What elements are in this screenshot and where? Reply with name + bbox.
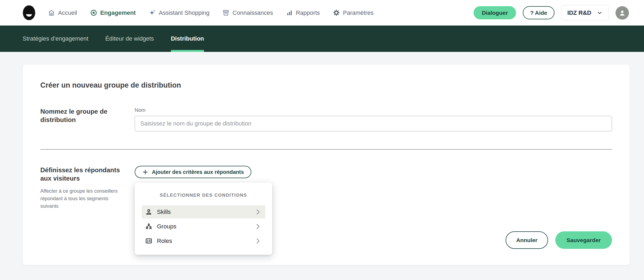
workspace-name: IDZ R&D xyxy=(567,9,591,16)
sparkle-icon xyxy=(149,9,156,16)
nav-item-label: Assistant Shopping xyxy=(159,9,209,16)
id-badge-icon xyxy=(145,237,152,245)
dialoguer-button[interactable]: Dialoguer xyxy=(474,6,516,19)
nav-item-engagement[interactable]: Engagement xyxy=(90,9,136,16)
nav-item-label: Connaissances xyxy=(232,9,273,16)
respondents-section-label: Définissez les répondants aux visiteurs xyxy=(40,166,121,182)
bar-chart-icon xyxy=(286,9,293,16)
nav-item-label: Rapports xyxy=(296,9,320,16)
gear-icon xyxy=(333,9,340,16)
chevron-down-icon xyxy=(597,10,603,16)
respondents-section-description: Affecter à ce groupe les conseillers rép… xyxy=(40,187,120,210)
top-navigation-bar: Accueil Engagement Assistant Shopping xyxy=(0,0,644,26)
nav-item-accueil[interactable]: Accueil xyxy=(48,9,77,16)
plus-icon xyxy=(142,169,148,175)
topnav-right-group: Dialoguer ? Aide IDZ R&D xyxy=(474,5,629,20)
create-distribution-group-card: Créer un nouveau groupe de distribution … xyxy=(23,64,630,265)
tab-editeur-widgets[interactable]: Éditeur de widgets xyxy=(105,26,154,52)
add-criteria-label: Ajouter des critères aux répondants xyxy=(152,169,244,175)
form-actions: Annuler Sauvegarder xyxy=(506,231,612,249)
name-section-left: Nommez le groupe de distribution xyxy=(40,107,135,131)
people-group-icon xyxy=(145,223,152,230)
nav-item-assistant-shopping[interactable]: Assistant Shopping xyxy=(149,9,209,16)
section-divider xyxy=(40,149,612,150)
respondents-section: Définissez les répondants aux visiteurs … xyxy=(40,166,612,210)
chevron-right-icon xyxy=(254,223,262,230)
help-button[interactable]: ? Aide xyxy=(523,6,554,19)
secondary-navigation-bar: Stratégies d’engagement Éditeur de widge… xyxy=(0,26,644,52)
nav-item-connaissances[interactable]: Connaissances xyxy=(222,9,273,16)
nav-item-label: Paramètres xyxy=(343,9,374,16)
dropdown-item-groups[interactable]: Groups xyxy=(142,220,265,233)
chevron-right-icon xyxy=(254,208,262,216)
main-content: Créer un nouveau groupe de distribution … xyxy=(0,52,644,265)
tab-label: Distribution xyxy=(171,35,204,42)
conditions-dropdown: SÉLECTIONNER DES CONDITIONS Skills xyxy=(135,182,272,255)
tab-label: Stratégies d’engagement xyxy=(23,35,88,42)
dropdown-header: SÉLECTIONNER DES CONDITIONS xyxy=(135,182,272,205)
name-section-label: Nommez le groupe de distribution xyxy=(40,107,121,124)
nav-item-rapports[interactable]: Rapports xyxy=(286,9,320,16)
nav-item-parametres[interactable]: Paramètres xyxy=(333,9,374,16)
chevron-right-icon xyxy=(254,237,262,245)
dropdown-item-skills[interactable]: Skills xyxy=(142,205,265,218)
dropdown-item-label: Groups xyxy=(157,223,176,230)
respondents-section-right: Ajouter des critères aux répondants SÉLE… xyxy=(135,166,612,210)
brand-logo-icon[interactable] xyxy=(23,5,35,20)
tab-strategies-engagement[interactable]: Stratégies d’engagement xyxy=(23,26,88,52)
workspace-selector[interactable]: IDZ R&D xyxy=(561,5,609,20)
nav-item-label: Accueil xyxy=(58,9,77,16)
target-icon xyxy=(90,9,97,16)
home-icon xyxy=(48,9,55,16)
respondents-section-left: Définissez les répondants aux visiteurs … xyxy=(40,166,135,210)
user-avatar[interactable] xyxy=(616,6,629,20)
dropdown-item-label: Skills xyxy=(157,209,171,216)
name-field-label: Nom xyxy=(135,107,612,113)
nav-item-label: Engagement xyxy=(100,9,136,16)
dropdown-item-label: Roles xyxy=(157,238,172,245)
add-criteria-button[interactable]: Ajouter des critères aux répondants xyxy=(135,166,251,178)
save-button[interactable]: Sauvegarder xyxy=(555,231,612,249)
knowledge-box-icon xyxy=(222,9,230,16)
tab-distribution[interactable]: Distribution xyxy=(171,26,204,52)
dropdown-item-roles[interactable]: Roles xyxy=(142,234,265,247)
cancel-button[interactable]: Annuler xyxy=(506,231,548,249)
name-section-right: Nom xyxy=(135,107,612,131)
person-icon xyxy=(618,9,627,17)
group-name-input[interactable] xyxy=(135,116,612,131)
tab-label: Éditeur de widgets xyxy=(105,35,154,42)
person-icon xyxy=(145,208,152,216)
name-section: Nommez le groupe de distribution Nom xyxy=(40,107,612,131)
page-title: Créer un nouveau groupe de distribution xyxy=(40,64,612,89)
